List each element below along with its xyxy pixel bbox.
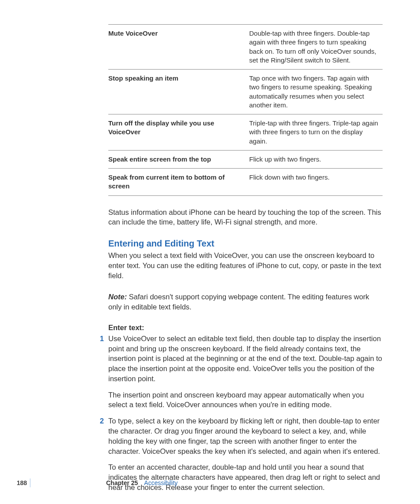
gesture-name: Speak from current item to bottom of scr… [108,169,249,196]
step-item: 2 To type, select a key on the keyboard … [108,416,383,456]
table-row: Speak from current item to bottom of scr… [108,169,383,196]
gesture-name: Turn off the display while you use Voice… [108,114,249,151]
step-continuation: The insertion point and onscreen keyboar… [108,390,383,410]
gesture-name: Mute VoiceOver [108,25,249,70]
table-row: Stop speaking an item Tap once with two … [108,70,383,114]
note-label: Note: [108,293,127,301]
section-heading-entering-editing: Entering and Editing Text [108,239,383,249]
step-text: Use VoiceOver to select an editable text… [108,334,383,384]
gesture-name: Stop speaking an item [108,70,249,114]
table-row: Mute VoiceOver Double-tap with three fin… [108,25,383,70]
footer-divider [30,478,30,487]
numbered-steps: 1 Use VoiceOver to select an editable te… [108,334,383,493]
note-body: Safari doesn't support copying webpage c… [108,293,369,311]
step-item: 1 Use VoiceOver to select an editable te… [108,334,383,384]
editing-intro-paragraph: When you select a text field with VoiceO… [108,250,383,280]
status-info-paragraph: Status information about iPhone can be h… [108,207,383,228]
gesture-description: Tap once with two fingers. Tap again wit… [249,70,383,114]
chapter-label: Chapter 25 [106,479,138,486]
note-paragraph: Note: Safari doesn't support copying web… [108,292,383,312]
gesture-description: Double-tap with three fingers. Double-ta… [249,25,383,70]
step-continuation: To enter an accented character, double-t… [108,462,383,492]
gesture-description: Flick down with two fingers. [249,169,383,196]
enter-text-subhead: Enter text: [108,324,383,332]
gesture-name: Speak entire screen from the top [108,150,249,168]
step-number: 2 [97,416,108,456]
chapter-title: Accessibility [144,479,177,486]
gesture-description: Flick up with two fingers. [249,150,383,168]
table-row: Turn off the display while you use Voice… [108,114,383,151]
page-number: 188 [0,479,28,486]
page-footer: 188 Chapter 25 Accessibility [0,478,178,487]
voiceover-gestures-table: Mute VoiceOver Double-tap with three fin… [108,24,383,196]
step-number: 1 [97,334,108,384]
gesture-description: Triple-tap with three fingers. Triple-ta… [249,114,383,151]
table-row: Speak entire screen from the top Flick u… [108,150,383,168]
step-text: To type, select a key on the keyboard by… [108,416,383,456]
document-page: Mute VoiceOver Double-tap with three fin… [0,0,420,504]
